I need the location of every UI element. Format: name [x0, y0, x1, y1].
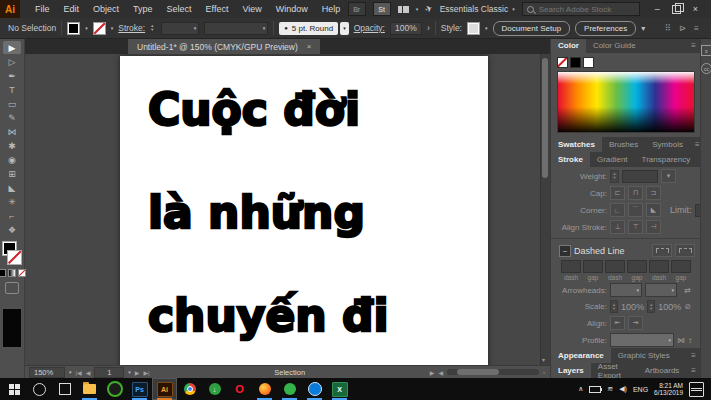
tab-color-guide[interactable]: Color Guide: [586, 38, 643, 53]
opera-button[interactable]: O: [227, 378, 252, 400]
stock-icon[interactable]: St: [373, 2, 391, 16]
arrange-chevron-icon[interactable]: ▾: [416, 6, 419, 12]
style-chevron-icon[interactable]: ▾: [485, 25, 488, 31]
rectangle-tool[interactable]: ▭: [3, 97, 21, 110]
selection-tool[interactable]: ▶: [3, 41, 21, 54]
first-artboard-icon[interactable]: |◀: [76, 369, 82, 376]
gap-field[interactable]: [671, 260, 691, 273]
shape-builder-tool[interactable]: ◉: [3, 153, 21, 166]
link-scale-icon[interactable]: ⊘: [684, 302, 695, 311]
messenger-button[interactable]: [277, 378, 302, 400]
tab-transparency[interactable]: Transparency: [635, 152, 698, 167]
restore-button[interactable]: [672, 5, 681, 14]
flip-across-icon[interactable]: ↕: [688, 336, 692, 345]
align-options-icon[interactable]: ▾: [641, 24, 645, 33]
cap-round-button[interactable]: ⊓: [628, 186, 643, 200]
dash-field[interactable]: [561, 260, 581, 273]
gap-field[interactable]: [583, 260, 603, 273]
shaper-tool[interactable]: ✱: [3, 139, 21, 152]
grid-options-icon[interactable]: ⠿: [665, 23, 671, 33]
artboard-chevron-icon[interactable]: ▾: [128, 369, 131, 375]
horizontal-scrollbar[interactable]: [447, 369, 539, 375]
tab-brushes[interactable]: Brushes: [602, 137, 645, 152]
gradient-button[interactable]: [8, 269, 16, 277]
scale-left-stepper[interactable]: ▲ ▼: [610, 300, 618, 313]
gap-field[interactable]: [627, 260, 647, 273]
excel-button[interactable]: X: [327, 378, 352, 400]
tab-swatches[interactable]: Swatches: [551, 137, 602, 152]
share-icon[interactable]: ✈: [424, 3, 435, 15]
artwork-text-line[interactable]: Cuộc đời: [148, 58, 488, 161]
tab-asset-export[interactable]: Asset Export: [591, 363, 638, 378]
start-button[interactable]: [2, 378, 27, 400]
flow-options-icon[interactable]: ⊳: [679, 23, 686, 33]
weight-value-field[interactable]: [622, 170, 658, 183]
battery-icon[interactable]: [589, 386, 601, 393]
color-panel-menu-icon[interactable]: ≡: [686, 38, 701, 53]
zoom-level-dropdown[interactable]: 150%: [29, 367, 65, 378]
arrowhead-end-chevron-icon[interactable]: ▾: [671, 287, 674, 293]
search-input[interactable]: [537, 4, 635, 15]
profile-chevron-icon[interactable]: ▾: [668, 337, 671, 343]
tab-symbols[interactable]: Symbols: [645, 137, 690, 152]
status-expand-right-icon[interactable]: ◀: [438, 369, 443, 376]
menu-edit[interactable]: Edit: [57, 4, 87, 14]
firefox-button[interactable]: [252, 378, 277, 400]
recorder-app-button[interactable]: [102, 378, 127, 400]
vertical-scrollbar[interactable]: ▾: [540, 54, 550, 365]
symbol-sprayer-tool[interactable]: ✳: [3, 195, 21, 208]
weight-chevron-icon[interactable]: ▾: [661, 169, 676, 183]
menu-select[interactable]: Select: [160, 4, 199, 14]
artboard-tool[interactable]: ⌐: [3, 209, 21, 222]
task-view-button[interactable]: [52, 378, 77, 400]
scale-left-value[interactable]: 100%: [621, 302, 644, 312]
photoshop-button[interactable]: Ps: [127, 378, 152, 400]
opacity-panel-arrow-icon[interactable]: ›: [427, 23, 430, 33]
brush-definition-dropdown[interactable]: ● 5 pt. Round: [279, 22, 338, 35]
tab-artboards[interactable]: Artboards: [638, 363, 687, 378]
illustrator-button[interactable]: Ai: [152, 378, 177, 400]
artwork-text-line[interactable]: chuyến đi: [148, 264, 488, 365]
opacity-value[interactable]: 100%: [390, 22, 422, 35]
perspective-grid-tool[interactable]: ⊞: [3, 167, 21, 180]
chrome-button[interactable]: [177, 378, 202, 400]
close-button[interactable]: ×: [693, 4, 698, 14]
stroke-chevron-icon[interactable]: ▾: [111, 25, 114, 31]
appearance-panel-menu-icon[interactable]: ≡: [686, 348, 701, 363]
preferences-button[interactable]: Preferences: [575, 21, 636, 36]
none-swatch[interactable]: [557, 57, 568, 68]
menu-file[interactable]: File: [28, 4, 57, 14]
stepper-down-icon[interactable]: ▼: [613, 176, 617, 180]
menu-object[interactable]: Object: [86, 4, 126, 14]
last-artboard-icon[interactable]: ▶|: [143, 369, 149, 376]
vertical-scrollbar-thumb[interactable]: [542, 58, 548, 178]
scroll-right-icon[interactable]: ›: [543, 369, 545, 375]
color-spectrum[interactable]: [557, 71, 695, 133]
next-artboard-icon[interactable]: ▶: [135, 369, 140, 376]
brush-chevron-icon[interactable]: ▾: [340, 22, 349, 35]
tab-color[interactable]: Color: [551, 38, 586, 53]
stock-search[interactable]: [522, 2, 640, 16]
dashed-line-checkbox[interactable]: –: [559, 245, 571, 257]
align-outside-button[interactable]: ⊣: [646, 220, 661, 234]
width-profile-chevron-icon[interactable]: ▾: [263, 25, 266, 31]
idm-button[interactable]: ↓: [202, 378, 227, 400]
hand-tool[interactable]: ❖: [3, 223, 21, 236]
artboard[interactable]: Cuộc đời là những chuyến đi: [120, 56, 488, 365]
pen-tool[interactable]: ✒: [3, 69, 21, 82]
libraries-icon[interactable]: ≡: [701, 45, 711, 56]
corner-round-button[interactable]: ⌒: [628, 203, 643, 217]
dash-field[interactable]: [605, 260, 625, 273]
list-options-icon[interactable]: ≡: [694, 23, 699, 33]
menu-window[interactable]: Window: [269, 4, 315, 14]
stroke-proxy-swatch[interactable]: [7, 250, 22, 265]
align-inside-button[interactable]: ⊤: [628, 220, 643, 234]
color-button[interactable]: [0, 269, 6, 277]
cortana-button[interactable]: [27, 378, 52, 400]
weight-stepper[interactable]: ▲ ▼: [610, 170, 619, 183]
reflect-tool[interactable]: ⋈: [3, 125, 21, 138]
tab-layers[interactable]: Layers: [551, 363, 591, 378]
tab-close-icon[interactable]: ×: [307, 42, 312, 51]
scroll-down-icon[interactable]: ▾: [542, 356, 545, 363]
profile-dropdown[interactable]: ▾: [610, 333, 674, 347]
